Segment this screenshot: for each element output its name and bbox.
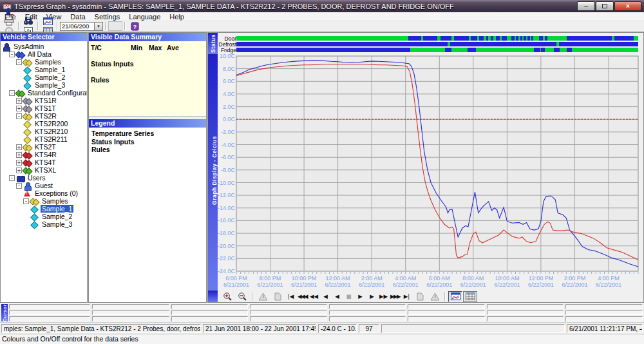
tree-item-sysadmin[interactable]: SysAdmin [1, 43, 87, 50]
visible-data-summary-content: T/C Min Max Ave Status Inputs Rules [89, 41, 206, 117]
nav-rewind-button[interactable]: ◀◀ [308, 292, 319, 301]
close-button[interactable]: × [614, 1, 641, 11]
status-segment [614, 36, 634, 41]
zoom-in-icon[interactable] [220, 292, 234, 301]
svg-text:6/22/2001: 6/22/2001 [562, 282, 587, 288]
svg-text:2.0C: 2.0C [223, 104, 236, 110]
expand-icon[interactable]: + [16, 106, 22, 111]
collapse-icon[interactable]: - [9, 90, 15, 96]
nav-rewind-fast-button[interactable]: ◀◀◀ [297, 292, 308, 301]
tree-item-ktsxl[interactable]: +KTSXL [1, 166, 87, 174]
diamond-yellow-icon [23, 128, 32, 135]
nav-last-button[interactable]: ▶| [401, 292, 412, 301]
expand-icon[interactable]: + [16, 144, 22, 150]
nav-first-button[interactable]: |◀ [285, 292, 296, 301]
tree-item-kts4r[interactable]: +KTS4R [1, 151, 87, 158]
minimize-button[interactable]: – [577, 1, 595, 11]
tree-item-kts1t[interactable]: +KTS1T [1, 104, 87, 112]
tree-item-label: Samples [33, 58, 62, 66]
menu-item-help[interactable]: Help [165, 12, 189, 21]
tree-item-sample-3[interactable]: Sample_3 [1, 220, 87, 228]
status-segment [445, 48, 451, 52]
cubes-yellow-icon [23, 59, 32, 66]
collapse-icon[interactable]: - [9, 175, 15, 181]
tree-item-sample-1[interactable]: Sample_1 [1, 66, 87, 73]
tree-item-label: Exceptions (0) [33, 189, 79, 197]
tree-item-label: KTS2R211 [33, 135, 69, 143]
tree-item-all-data[interactable]: -All Data [1, 50, 87, 58]
tree-item-sample-1[interactable]: Sample_1 [1, 205, 87, 213]
tree-item-kts4t[interactable]: +KTS4T [1, 158, 87, 166]
svg-text:6/22/2001: 6/22/2001 [359, 282, 384, 288]
collapse-icon[interactable]: - [16, 113, 22, 119]
expand-icon[interactable]: + [16, 98, 22, 104]
tree-item-samples[interactable]: -Samples [1, 197, 87, 205]
zoom-out-icon[interactable] [235, 292, 249, 301]
exit-icon[interactable] [2, 7, 16, 17]
svg-text:4:00 AM: 4:00 AM [395, 275, 416, 282]
legend-item-temperature-series[interactable]: Temperature Series [91, 129, 204, 138]
tree-item-sample-3[interactable]: Sample_3 [1, 81, 87, 89]
find-icon[interactable] [21, 17, 35, 26]
collapse-icon[interactable]: - [9, 52, 15, 57]
tree-item-label: Sample_1 [33, 66, 66, 73]
graph-vlabel-footer [208, 291, 218, 302]
svg-text:4.0C: 4.0C [223, 91, 236, 97]
date-combobox[interactable]: 21/06/200 ▼ [60, 22, 103, 31]
status-segment [486, 36, 488, 41]
temperature-chart[interactable]: 10.0C8.0C6.0C4.0C2.0C0.0C-2.0C-4.0C-6.0C… [218, 54, 643, 291]
vehicle-tree[interactable]: SysAdmin-All Data-SamplesSample_1Sample_… [1, 41, 87, 302]
menu-item-language[interactable]: Language [124, 12, 165, 21]
expand-icon[interactable]: + [16, 152, 22, 158]
tree-item-label: Sample_1 [41, 205, 73, 213]
graph-view-toggle[interactable] [448, 291, 462, 302]
tree-item-standard-configurations[interactable]: -Standard Configurations [1, 89, 87, 97]
cursor-cell [92, 311, 169, 316]
svg-text:-6.0C: -6.0C [221, 154, 236, 160]
tree-item-label: All Data [26, 50, 53, 58]
chevron-down-icon[interactable]: ▼ [94, 23, 102, 30]
collapse-icon[interactable]: - [16, 59, 22, 65]
menu-item-settings[interactable]: Settings [90, 12, 125, 21]
expand-icon[interactable]: + [16, 167, 22, 173]
tree-item-label: KTS4R [33, 151, 58, 158]
collapse-icon[interactable]: - [16, 183, 22, 189]
print-icon[interactable] [2, 17, 16, 26]
legend-item-rules[interactable]: Rules [91, 146, 204, 154]
legend-item-status-inputs[interactable]: Status Inputs [91, 138, 204, 146]
tree-item-kts2r[interactable]: -KTS2R [1, 112, 87, 120]
menu-item-data[interactable]: Data [66, 12, 90, 21]
diamond-cyan-icon [30, 205, 39, 213]
tree-item-sample-2[interactable]: Sample_2 [1, 73, 87, 81]
plot-area[interactable] [236, 56, 638, 271]
cursor-cell [487, 311, 564, 316]
table-view-toggle[interactable] [463, 291, 477, 302]
cubes-blue-icon [16, 51, 24, 58]
nav-step-forward-button[interactable]: ▶ [355, 292, 366, 301]
svg-text:-14.0C: -14.0C [218, 205, 235, 211]
tree-item-exceptions-0-[interactable]: Exceptions (0) [1, 189, 87, 197]
tree-item-sample-2[interactable]: Sample_2 [1, 213, 87, 220]
tree-item-kts2r210[interactable]: KTS2R210 [1, 128, 87, 135]
tree-item-samples[interactable]: -Samples [1, 58, 87, 66]
graph-view-icon[interactable] [41, 17, 55, 26]
help-icon[interactable]: ? [128, 21, 142, 31]
nav-forward-fast-button[interactable]: ▶▶▶ [390, 292, 401, 301]
maximize-button[interactable] [596, 1, 614, 11]
nav-forward-button[interactable]: ▶ [366, 292, 377, 301]
tree-item-kts1r[interactable]: +KTS1R [1, 97, 87, 104]
status-bar-fridge [236, 48, 638, 52]
expand-icon[interactable]: + [16, 160, 22, 166]
tree-item-guest[interactable]: -Guest [1, 182, 87, 189]
nav-back-button[interactable]: ◀ [320, 292, 331, 301]
tree-item-kts2t[interactable]: +KTS2T [1, 143, 87, 151]
tree-item-users[interactable]: -Users [1, 174, 87, 182]
tree-item-kts2r200[interactable]: KTS2R200 [1, 120, 87, 128]
page-disabled-icon [413, 292, 427, 301]
nav-forward-2-button[interactable]: ▶▶ [378, 292, 389, 301]
blank-button[interactable] [108, 21, 122, 31]
nav-step-back-button[interactable]: ◀ [332, 292, 343, 301]
warning-icon [23, 190, 32, 197]
collapse-icon[interactable]: - [23, 198, 29, 204]
tree-item-kts2r211[interactable]: KTS2R211 [1, 135, 87, 143]
